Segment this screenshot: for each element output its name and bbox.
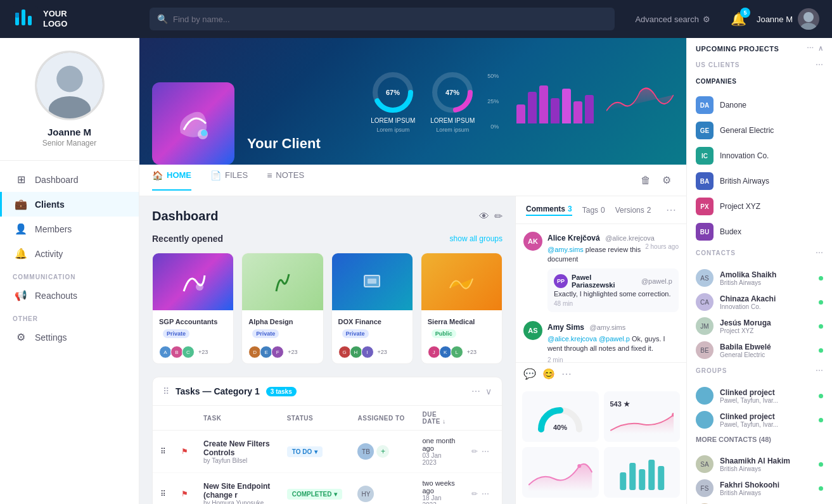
status-badge[interactable]: COMPLETED ▾ — [287, 489, 343, 500]
tab-files[interactable]: 📄 FILES — [210, 170, 248, 191]
home-icon: 🏠 — [152, 170, 163, 180]
contact-company: British Airways — [720, 465, 812, 472]
contact-item[interactable]: BN Benito Noboa British Airways — [687, 500, 832, 504]
contact-item[interactable]: SA Shaamikh Al Hakim British Airways — [687, 452, 832, 476]
tabs-bar: 🏠 HOME 📄 FILES ≡ NOTES 🗑 ⚙ — [139, 165, 686, 196]
more-icon[interactable]: ⋯ — [807, 44, 814, 53]
status-badge[interactable]: TO DO ▾ — [287, 446, 323, 457]
more-icon[interactable]: ⋯ — [816, 60, 823, 69]
client-logo — [152, 82, 234, 165]
group-item[interactable]: Clinked project Pawel, Tayfun, Ivar... — [687, 408, 832, 432]
contact-item[interactable]: BE Babila Ebwelé General Electric — [687, 338, 832, 362]
company-item[interactable]: BA British Airways — [687, 168, 832, 194]
sidebar-item-reachouts[interactable]: 📢 Reachouts — [0, 283, 139, 308]
contact-company: General Electric — [720, 351, 812, 358]
more-button[interactable]: ⋯ — [561, 368, 572, 380]
tab-notes[interactable]: ≡ NOTES — [267, 170, 304, 191]
company-item[interactable]: IC Innovation Co. — [687, 143, 832, 168]
sidebar-item-members[interactable]: 👤 Members — [0, 217, 139, 241]
project-card[interactable]: SGP Accountants Private A B C +23 — [152, 253, 234, 364]
task-name-cell: Create New Filters Controls by Tayfun Bi… — [196, 431, 279, 473]
add-assignee-button[interactable]: + — [376, 445, 389, 458]
project-card[interactable]: Sierra Medical Public J K L +23 — [421, 253, 502, 364]
sidebar-item-dashboard[interactable]: ⊞ Dashboard — [0, 167, 139, 192]
delete-button[interactable]: 🗑 — [638, 172, 653, 189]
notification-button[interactable]: 🔔 5 — [731, 11, 746, 27]
reply-button[interactable]: 💬 — [523, 368, 536, 380]
edit-task-icon[interactable]: ✏ — [471, 447, 478, 456]
show-all-link[interactable]: show all groups — [450, 234, 502, 243]
tasks-collapse-button[interactable]: ∨ — [485, 386, 492, 396]
company-item[interactable]: BU Budex — [687, 219, 832, 244]
advanced-search-button[interactable]: Advanced search ⚙ — [625, 15, 720, 24]
sidebar-item-settings[interactable]: ⚙ Settings — [0, 325, 139, 350]
collapse-icon[interactable]: ∧ — [818, 44, 824, 53]
contact-name: Amolika Shaikh — [720, 270, 812, 279]
mini-bar-chart — [604, 447, 681, 498]
contact-name: Chinaza Akachi — [720, 294, 812, 303]
comment-handle: @amy.sims — [589, 324, 625, 331]
tasks-table: TASK STATUS ASSIGNED TO DUE DATE ↓ — [153, 406, 502, 504]
contact-item[interactable]: FS Fakhri Shokoohi British Airways — [687, 476, 832, 500]
dashboard-title-actions: 👁 ✏ — [479, 210, 502, 222]
username-label: Joanne M — [757, 15, 793, 24]
company-name: General Electric — [720, 126, 774, 135]
edit-task-icon[interactable]: ✏ — [471, 489, 478, 498]
tab-tags[interactable]: Tags 0 — [582, 206, 605, 215]
card-badge: Private — [342, 329, 369, 338]
search-bar[interactable]: 🔍 — [150, 8, 615, 30]
contact-item[interactable]: JM Jesús Moruga Project XYZ — [687, 314, 832, 338]
status-dot — [819, 394, 823, 398]
contact-avatar: JM — [696, 317, 714, 335]
card-info: Alpha Design Private — [242, 310, 323, 343]
assigned-cell: HY — [350, 473, 414, 505]
rs-header-actions: ⋯ ∧ — [807, 44, 823, 53]
drag-icon[interactable]: ⠿ — [153, 473, 174, 505]
view-button[interactable]: 👁 — [479, 210, 489, 222]
more-task-icon[interactable]: ⋯ — [482, 489, 489, 498]
drag-handle-icon[interactable]: ⠿ — [163, 386, 169, 396]
contact-info: Babila Ebwelé General Electric — [720, 343, 812, 358]
tab-home[interactable]: 🏠 HOME — [152, 170, 191, 191]
edit-button[interactable]: ✏ — [494, 210, 502, 222]
nested-avatar: PP — [554, 274, 568, 288]
svg-point-11 — [201, 130, 207, 136]
right-sidebar: UPCOMING PROJECTS ⋯ ∧ US CLIENTS ⋯ COMPA… — [686, 38, 832, 504]
gauge-chart: 40% — [522, 391, 599, 442]
tab-versions[interactable]: Versions 2 — [615, 206, 651, 215]
project-card[interactable]: DOX Finance Private G H I +23 — [331, 253, 413, 364]
task-by: by Tayfun Bilsel — [203, 457, 272, 464]
card-name: Alpha Design — [248, 318, 293, 325]
comments-more-icon[interactable]: ⋯ — [666, 204, 676, 216]
contact-avatar: FS — [696, 479, 714, 497]
more-icon[interactable]: ⋯ — [816, 366, 823, 375]
emoji-button[interactable]: 😊 — [542, 368, 555, 380]
svg-rect-27 — [648, 460, 655, 490]
search-input[interactable] — [173, 15, 607, 24]
contact-item[interactable]: CA Chinaza Akachi Innovation Co. — [687, 290, 832, 314]
group-item[interactable]: Clinked project Pawel, Tayfun, Ivar... — [687, 384, 832, 408]
task-actions-cell: ✏ ⋯ — [464, 473, 502, 505]
company-item[interactable]: PX Project XYZ — [687, 194, 832, 219]
tab-comments[interactable]: Comments 3 — [526, 205, 572, 216]
main-layout: Joanne M Senior Manager ⊞ Dashboard 💼 Cl… — [0, 38, 832, 504]
more-icon[interactable]: ⋯ — [816, 248, 823, 257]
svg-point-18 — [196, 283, 203, 291]
company-item[interactable]: GE General Electric — [687, 118, 832, 143]
sidebar-item-activity[interactable]: 🔔 Activity — [0, 241, 139, 266]
sort-icon: ↓ — [442, 418, 446, 425]
us-clients-label: US CLIENTS — [696, 61, 739, 68]
settings-button[interactable]: ⚙ — [660, 172, 674, 189]
tasks-more-button[interactable]: ⋯ — [471, 386, 480, 396]
contact-info: Shaamikh Al Hakim British Airways — [720, 457, 812, 472]
contact-avatar: SA — [696, 455, 714, 473]
sidebar-item-clients[interactable]: 💼 Clients — [0, 192, 139, 217]
mini-avatar: L — [451, 346, 463, 358]
company-item[interactable]: DA Danone — [687, 92, 832, 118]
project-card[interactable]: Alpha Design Private D E F +23 — [241, 253, 323, 364]
contact-item[interactable]: AS Amolika Shaikh British Airways — [687, 266, 832, 290]
task-name: Create New Filters Controls — [203, 439, 272, 457]
more-task-icon[interactable]: ⋯ — [482, 447, 489, 456]
user-menu[interactable]: Joanne M — [757, 8, 819, 30]
drag-icon[interactable]: ⠿ — [153, 431, 174, 473]
